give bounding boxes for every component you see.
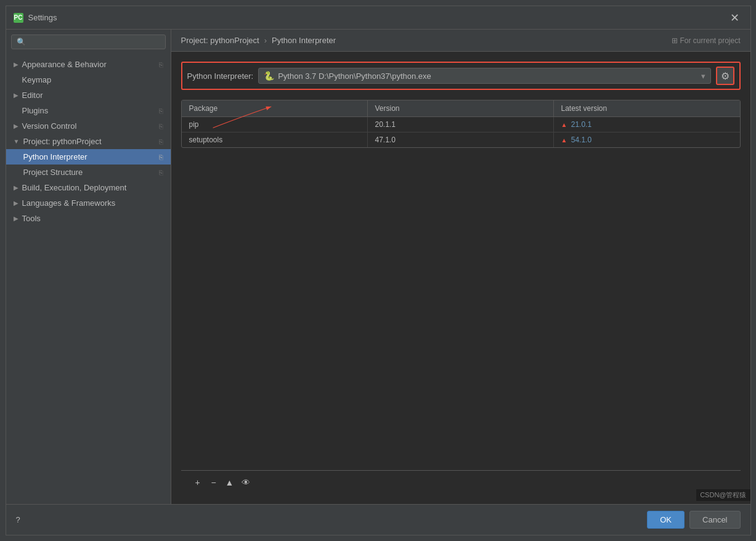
- package-version: 20.1.1: [368, 117, 554, 132]
- gear-button[interactable]: ⚙: [716, 67, 734, 85]
- title-bar: PC Settings ✕: [6, 6, 750, 30]
- expand-icon: ▶: [14, 215, 18, 222]
- copy-icon: ⎘: [159, 153, 163, 161]
- content-area: 🔍 ▶ Appearance & Behavior ⎘ ▶ Keymap ▶ E…: [6, 30, 750, 504]
- interpreter-row: Python Interpreter: 🐍 Python 3.7 D:\Pyth…: [181, 62, 741, 90]
- package-latest: ▲ 54.1.0: [554, 132, 740, 147]
- upgrade-package-button[interactable]: ▲: [223, 476, 237, 489]
- python-icon: 🐍: [264, 71, 274, 81]
- search-box[interactable]: 🔍: [11, 35, 166, 49]
- sidebar-item-version-control[interactable]: ▶ Version Control ⎘: [6, 118, 171, 134]
- sidebar-item-languages[interactable]: ▶ Languages & Frameworks: [6, 195, 171, 211]
- sidebar-nav: ▶ Appearance & Behavior ⎘ ▶ Keymap ▶ Edi…: [6, 54, 171, 504]
- sidebar-item-label: Build, Execution, Deployment: [22, 183, 127, 192]
- dialog-footer: ? OK Cancel: [6, 504, 750, 535]
- sidebar: 🔍 ▶ Appearance & Behavior ⎘ ▶ Keymap ▶ E…: [6, 30, 171, 504]
- dialog-title: Settings: [28, 13, 726, 22]
- sidebar-item-label: Project: pythonProject: [23, 137, 101, 146]
- package-latest: ▲ 21.0.1: [554, 117, 740, 132]
- package-name: setuptools: [182, 132, 368, 147]
- dropdown-arrow-icon: ▾: [701, 71, 705, 81]
- ok-button[interactable]: OK: [647, 511, 685, 529]
- watermark: CSDN@管程猿: [696, 489, 750, 501]
- interpreter-select-value: Python 3.7 D:\Python\Python37\python.exe: [278, 71, 701, 81]
- sidebar-item-project[interactable]: ▼ Project: pythonProject ⎘: [6, 134, 171, 149]
- upgrade-arrow-icon: ▲: [561, 121, 567, 128]
- packages-toolbar: + − ▲ 👁: [181, 470, 741, 494]
- copy-icon: ⎘: [159, 61, 163, 68]
- main-body: Python Interpreter: 🐍 Python 3.7 D:\Pyth…: [171, 52, 750, 504]
- empty-space: [181, 148, 741, 470]
- sidebar-item-project-structure[interactable]: Project Structure ⎘: [6, 165, 171, 180]
- latest-version-value: 54.1.0: [571, 136, 591, 144]
- copy-icon: ⎘: [159, 107, 163, 115]
- cancel-button[interactable]: Cancel: [689, 511, 740, 529]
- sidebar-item-label: Python Interpreter: [23, 152, 87, 161]
- sidebar-item-label: Project Structure: [23, 168, 83, 177]
- expand-icon: ▶: [14, 92, 18, 99]
- sidebar-item-python-interpreter[interactable]: Python Interpreter ⎘: [6, 149, 171, 165]
- breadcrumb-bar: Project: pythonProject › Python Interpre…: [171, 30, 750, 52]
- sidebar-item-build[interactable]: ▶ Build, Execution, Deployment: [6, 180, 171, 195]
- gear-icon: ⚙: [721, 70, 730, 82]
- help-button[interactable]: ?: [16, 515, 20, 524]
- sidebar-item-tools[interactable]: ▶ Tools: [6, 211, 171, 226]
- close-button[interactable]: ✕: [726, 11, 743, 25]
- search-icon: 🔍: [17, 38, 26, 46]
- column-header-version: Version: [368, 100, 554, 116]
- breadcrumb-page: Python Interpreter: [272, 36, 336, 45]
- sidebar-item-appearance[interactable]: ▶ Appearance & Behavior ⎘: [6, 57, 171, 72]
- column-header-package: Package: [182, 100, 368, 116]
- expand-icon: ▶: [14, 200, 18, 206]
- for-project-link[interactable]: ⊞ For current project: [672, 36, 740, 45]
- interpreter-select[interactable]: 🐍 Python 3.7 D:\Python\Python37\python.e…: [258, 68, 710, 84]
- table-header: Package Version Latest version: [182, 100, 740, 117]
- column-header-latest: Latest version: [554, 100, 740, 116]
- eye-icon: 👁: [242, 478, 250, 487]
- remove-package-button[interactable]: −: [207, 476, 221, 489]
- sidebar-item-label: Plugins: [22, 106, 49, 115]
- help-label: ?: [16, 515, 20, 524]
- latest-version-value: 21.0.1: [571, 120, 591, 129]
- interpreter-label: Python Interpreter:: [187, 71, 254, 81]
- eye-button[interactable]: 👁: [239, 476, 253, 489]
- expand-icon: ▼: [14, 138, 20, 145]
- sidebar-item-plugins[interactable]: ▶ Plugins ⎘: [6, 103, 171, 118]
- packages-table: Package Version Latest version pip 20.1.…: [181, 100, 741, 148]
- copy-icon: ⎘: [159, 169, 163, 176]
- package-version: 47.1.0: [368, 132, 554, 147]
- expand-icon: ▶: [14, 61, 18, 68]
- sidebar-item-label: Tools: [22, 214, 41, 223]
- breadcrumb-project: Project: pythonProject: [181, 36, 259, 45]
- app-icon: PC: [14, 13, 23, 23]
- copy-icon: ⎘: [159, 138, 163, 145]
- main-content: Project: pythonProject › Python Interpre…: [171, 30, 750, 504]
- sidebar-item-label: Appearance & Behavior: [22, 60, 107, 69]
- table-row[interactable]: pip 20.1.1 ▲ 21.0.1: [182, 117, 740, 132]
- add-package-button[interactable]: +: [191, 476, 205, 489]
- package-name: pip: [182, 117, 368, 132]
- sidebar-item-editor[interactable]: ▶ Editor: [6, 87, 171, 103]
- breadcrumb-separator: ›: [264, 36, 267, 45]
- settings-dialog: PC Settings ✕ 🔍 ▶ Appearance & Behavior …: [6, 6, 751, 535]
- sidebar-item-label: Editor: [22, 91, 43, 100]
- sidebar-item-label: Version Control: [22, 121, 77, 131]
- copy-icon: ⎘: [159, 123, 163, 130]
- expand-icon: ▶: [14, 123, 18, 129]
- expand-icon: ▶: [14, 184, 18, 191]
- table-row[interactable]: setuptools 47.1.0 ▲ 54.1.0: [182, 132, 740, 147]
- sidebar-item-label: Keymap: [22, 75, 52, 84]
- upgrade-arrow-icon: ▲: [561, 137, 567, 144]
- sidebar-item-label: Languages & Frameworks: [22, 198, 116, 208]
- sidebar-item-keymap[interactable]: ▶ Keymap: [6, 72, 171, 87]
